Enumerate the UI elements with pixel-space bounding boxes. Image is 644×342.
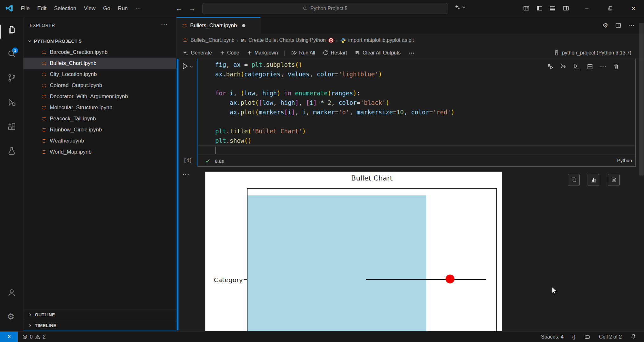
toolbar-divider [284,50,285,56]
cell-language-picker[interactable]: Python [617,158,632,163]
run-by-line-icon[interactable] [573,63,580,70]
file-item[interactable]: City_Location.ipynb [23,69,176,80]
mouse-cursor [551,287,560,295]
search-sidebar-icon[interactable] [7,49,16,59]
restart-button[interactable]: Restart [319,48,350,57]
file-item[interactable]: Decorator_With_Argumenr.ipynb [23,91,176,102]
file-item[interactable]: Bullets_Chart.ipynb [23,58,176,69]
plus-icon [247,50,252,55]
execution-count: [4] [184,158,192,163]
command-center-search[interactable]: Python Project 5 [202,3,448,14]
success-check-icon [205,158,210,164]
toolbar-more-button[interactable]: ⋯ [405,48,418,58]
problems-indicator[interactable]: 0 2 [22,332,46,342]
file-item[interactable]: Peacock_Tail.ipynb [23,113,176,124]
chevron-right-icon [28,323,32,328]
split-editor-icon[interactable] [615,22,621,28]
run-all-button[interactable]: Run All [288,48,319,57]
clear-all-outputs-button[interactable]: Clear All Outputs [351,48,404,57]
chevron-down-icon [27,39,32,43]
menu-view[interactable]: View [80,3,100,14]
nav-forward-button[interactable]: → [187,4,198,13]
breadcrumb-file[interactable]: Bullets_Chart.ipynb [190,37,235,43]
search-icon [303,6,308,11]
code-cell-editor[interactable]: fig, ax = plt.subplots()ax.barh(categori… [197,59,636,167]
execution-time: 8.8s [215,158,224,164]
save-icon [611,177,617,183]
copilot-status-icon[interactable] [584,334,590,340]
accounts-icon[interactable] [7,288,16,297]
file-item[interactable]: Barcode_Creation.ipynb [23,47,176,58]
explorer-icon[interactable] [7,25,16,35]
toggle-left-sidebar-icon[interactable] [536,5,543,12]
timeline-section[interactable]: TIMELINE [23,320,176,331]
outline-section[interactable]: OUTLINE [23,309,176,320]
output-more-button[interactable]: ⋯ [182,170,190,179]
notifications-bell-icon[interactable] [630,334,636,340]
menu-more[interactable]: ⋯ [132,3,145,14]
run-debug-icon[interactable] [7,98,16,107]
indent-setting[interactable]: Spaces: 4 [541,334,564,340]
breadcrumb-heading[interactable]: Create Bullet Charts Using Python [248,37,326,43]
chevron-down-icon[interactable] [189,65,193,69]
cell-more-icon[interactable]: ⋯ [600,63,606,70]
code-line: plt.title('Bullet Chart') [215,126,635,136]
language-brackets-indicator[interactable]: {} [572,334,576,340]
delete-cell-icon[interactable] [613,63,620,70]
execute-above-icon[interactable] [547,63,553,70]
manage-gear-icon[interactable]: ⚙ [602,22,608,29]
chart-marker-dot [446,275,454,283]
toggle-right-sidebar-icon[interactable] [563,5,569,12]
close-button[interactable]: ✕ [624,0,643,17]
menu-go[interactable]: Go [99,3,114,14]
open-plot-viewer-button[interactable] [588,174,599,186]
minimize-button[interactable]: – [577,0,596,17]
breadcrumb-code[interactable]: import matplotlib.pyplot as plt [348,37,414,43]
testing-icon[interactable] [7,146,16,156]
editor-scrollbar[interactable] [639,23,644,175]
menu-run[interactable]: Run [114,3,132,14]
file-item[interactable]: Molecular_Structure.ipynb [23,102,176,113]
file-item[interactable]: Colored_Output.ipynb [23,80,176,91]
chevron-down-icon [461,5,466,10]
add-markdown-cell-button[interactable]: Markdown [244,48,281,57]
restore-button[interactable] [601,0,619,17]
cell-position-indicator[interactable]: Cell 2 of 2 [599,334,622,340]
file-name: Molecular_Structure.ipynb [50,104,112,111]
kernel-picker[interactable]: python_project (Python 3.13.7) [554,47,631,59]
file-item[interactable]: Weather.ipynb [23,135,176,146]
tab-label: Bullets_Chart.ipynb [190,22,237,29]
editor-more-icon[interactable]: ⋯ [628,22,634,29]
source-control-icon[interactable] [7,73,16,83]
toggle-panel-icon[interactable] [549,5,556,12]
code-line: plt.show() [215,136,635,145]
execute-below-icon[interactable] [560,63,567,70]
extensions-icon[interactable] [7,122,16,131]
bar-chart-icon [590,177,597,183]
split-cell-icon[interactable] [587,63,593,70]
menu-file[interactable]: File [17,3,33,14]
menu-edit[interactable]: Edit [33,3,50,14]
tab-bullets-chart[interactable]: Bullets_Chart.ipynb [177,17,261,34]
generate-button[interactable]: Generate [180,48,215,57]
copilot-button[interactable] [454,4,466,11]
explorer-more-button[interactable]: ⋯ [161,20,167,28]
nav-back-button[interactable]: ← [174,4,184,13]
explorer-header: EXPLORER [30,23,55,28]
save-output-button[interactable] [608,174,620,186]
file-item[interactable]: World_Map.ipynb [23,146,176,157]
remote-indicator[interactable] [0,332,18,342]
customize-layout-icon[interactable] [523,5,530,12]
python-icon [340,38,346,43]
settings-gear-icon[interactable]: ⚙ [7,312,15,322]
project-root-folder[interactable]: PYTHON PROJECT 5 [23,35,176,47]
breadcrumb-separator: › [237,38,239,43]
menu-selection[interactable]: Selection [50,3,80,14]
file-item[interactable]: Rainbow_Circle.ipynb [23,124,176,135]
copy-output-button[interactable] [568,174,580,186]
notebook-view: fig, ax = plt.subplots()ax.barh(categori… [177,59,644,331]
run-cell-button[interactable] [181,62,193,70]
file-name: Bullets_Chart.ipynb [50,60,96,66]
add-code-cell-button[interactable]: Code [216,48,242,57]
modified-indicator-icon[interactable] [242,24,245,27]
